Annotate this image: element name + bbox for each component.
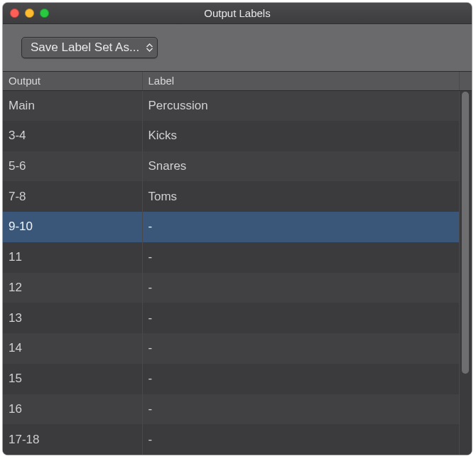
- table-row[interactable]: 3-4Kicks: [3, 121, 472, 151]
- output-cell[interactable]: 7-8: [3, 181, 142, 212]
- label-cell[interactable]: Percussion: [142, 90, 459, 121]
- label-cell[interactable]: -: [142, 394, 459, 425]
- label-cell[interactable]: Toms: [142, 181, 459, 212]
- scrollbar-thumb[interactable]: [462, 92, 469, 374]
- output-cell[interactable]: 15: [3, 364, 142, 394]
- column-header-label[interactable]: Label: [142, 72, 459, 90]
- output-cell[interactable]: 14: [3, 333, 142, 364]
- column-header-output[interactable]: Output: [3, 72, 142, 90]
- label-cell[interactable]: -: [142, 273, 459, 303]
- label-cell[interactable]: Snares: [142, 151, 459, 182]
- popup-arrows-icon: [146, 43, 153, 52]
- output-cell[interactable]: 13: [3, 303, 142, 333]
- label-set-popup[interactable]: Save Label Set As...: [21, 37, 158, 58]
- window-title: Output Labels: [3, 7, 472, 19]
- minimize-icon[interactable]: [25, 9, 34, 18]
- label-cell[interactable]: -: [142, 364, 459, 394]
- titlebar: Output Labels: [3, 3, 472, 24]
- label-cell[interactable]: -: [142, 212, 459, 242]
- label-cell[interactable]: -: [142, 424, 459, 455]
- output-cell[interactable]: 5-6: [3, 151, 142, 182]
- table-row[interactable]: 14-: [3, 333, 472, 364]
- table-row[interactable]: 11-: [3, 242, 472, 273]
- output-cell[interactable]: Main: [3, 90, 142, 121]
- label-cell[interactable]: Kicks: [142, 121, 459, 151]
- table-row[interactable]: 9-10-: [3, 212, 472, 242]
- table-row[interactable]: 7-8Toms: [3, 181, 472, 212]
- output-cell[interactable]: 17-18: [3, 424, 142, 455]
- output-cell[interactable]: 12: [3, 273, 142, 303]
- table-row[interactable]: 16-: [3, 394, 472, 425]
- label-set-popup-label: Save Label Set As...: [31, 40, 139, 55]
- table-header-row: Output Label: [3, 72, 472, 90]
- column-header-spacer: [459, 72, 472, 90]
- output-cell[interactable]: 3-4: [3, 121, 142, 151]
- table-row[interactable]: 17-18-: [3, 424, 472, 455]
- output-cell[interactable]: 9-10: [3, 212, 142, 242]
- vertical-scrollbar[interactable]: [460, 92, 470, 453]
- output-cell[interactable]: 16: [3, 394, 142, 425]
- label-cell[interactable]: -: [142, 303, 459, 333]
- table-row[interactable]: 13-: [3, 303, 472, 333]
- table-row[interactable]: 5-6Snares: [3, 151, 472, 182]
- output-labels-table: Output Label MainPercussion3-4Kicks5-6Sn…: [3, 72, 472, 455]
- label-cell[interactable]: -: [142, 242, 459, 273]
- toolbar: Save Label Set As...: [3, 24, 472, 72]
- output-cell[interactable]: 11: [3, 242, 142, 273]
- table-row[interactable]: 15-: [3, 364, 472, 394]
- traffic-lights: [3, 9, 49, 18]
- close-icon[interactable]: [10, 9, 19, 18]
- window: Output Labels Save Label Set As... Outpu…: [3, 3, 472, 455]
- table-container: Output Label MainPercussion3-4Kicks5-6Sn…: [3, 72, 472, 455]
- zoom-icon[interactable]: [40, 9, 49, 18]
- table-row[interactable]: 12-: [3, 273, 472, 303]
- label-cell[interactable]: -: [142, 333, 459, 364]
- table-row[interactable]: MainPercussion: [3, 90, 472, 121]
